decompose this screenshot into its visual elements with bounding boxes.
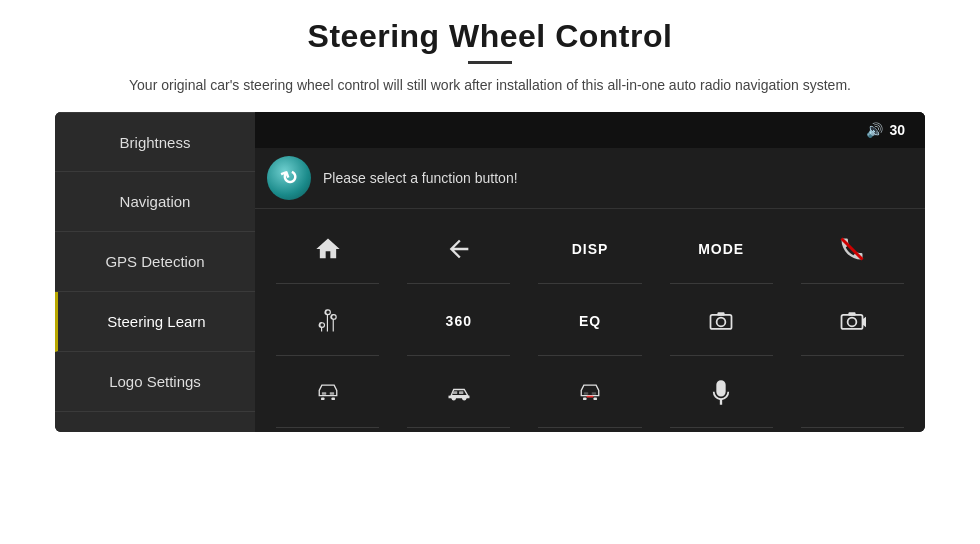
svg-rect-3 (718, 312, 725, 316)
grid-cell-camera2[interactable] (788, 286, 917, 356)
function-prompt: Please select a function button! (323, 170, 518, 186)
svg-point-2 (717, 317, 726, 326)
sidebar-item-steering[interactable]: Steering Learn (55, 292, 255, 352)
svg-rect-17 (584, 392, 588, 395)
svg-rect-7 (321, 398, 325, 401)
volume-number: 30 (889, 122, 905, 138)
tune-icon (314, 307, 342, 335)
main-content: 🔊 30 ↻ Please select a function button! (255, 112, 925, 432)
grid-cell-mode[interactable]: MODE (657, 213, 786, 283)
svg-point-5 (848, 317, 857, 326)
mode-label: MODE (698, 241, 744, 257)
grid-cell-camera1[interactable] (657, 286, 786, 356)
svg-rect-18 (592, 392, 596, 395)
grid-cell-home[interactable] (263, 213, 392, 283)
camera2-icon (838, 307, 866, 335)
grid-cell-empty5 (788, 358, 917, 428)
page-title: Steering Wheel Control (308, 18, 673, 55)
eq-label: EQ (579, 313, 601, 329)
car-front-icon (314, 379, 342, 407)
function-header: ↻ Please select a function button! (255, 148, 925, 209)
sidebar-item-logo[interactable]: Logo Settings (55, 352, 255, 412)
button-grid: DISP MODE 360 EQ (255, 209, 925, 432)
car-back-icon (576, 379, 604, 407)
disp-label: DISP (572, 241, 609, 257)
svg-point-14 (462, 396, 466, 400)
svg-rect-16 (593, 398, 597, 401)
sidebar-item-gps[interactable]: GPS Detection (55, 232, 255, 292)
car-panel: Brightness Navigation GPS Detection Stee… (55, 112, 925, 432)
function-area: ↻ Please select a function button! DISP (255, 148, 925, 432)
sidebar: Brightness Navigation GPS Detection Stee… (55, 112, 255, 432)
title-divider (468, 61, 512, 64)
grid-cell-eq[interactable]: EQ (525, 286, 654, 356)
mic-icon (707, 379, 735, 407)
svg-rect-8 (331, 398, 335, 401)
refresh-button[interactable]: ↻ (267, 156, 311, 200)
top-bar: 🔊 30 (255, 112, 925, 148)
grid-cell-360[interactable]: 360 (394, 286, 523, 356)
svg-rect-6 (849, 312, 856, 316)
grid-cell-mic[interactable] (657, 358, 786, 428)
camera1-icon (707, 307, 735, 335)
grid-cell-car-front[interactable] (263, 358, 392, 428)
page-subtitle: Your original car's steering wheel contr… (129, 74, 851, 96)
grid-cell-car-side[interactable] (394, 358, 523, 428)
home-icon (314, 235, 342, 263)
360-label: 360 (446, 313, 472, 329)
page-wrapper: Steering Wheel Control Your original car… (0, 0, 980, 544)
svg-point-13 (451, 396, 455, 400)
volume-icon: 🔊 (866, 122, 883, 138)
svg-rect-19 (586, 396, 593, 398)
svg-rect-10 (329, 392, 333, 395)
grid-cell-disp[interactable]: DISP (525, 213, 654, 283)
svg-rect-12 (459, 391, 463, 394)
svg-rect-11 (453, 391, 457, 394)
sidebar-item-navigation[interactable]: Navigation (55, 172, 255, 232)
svg-rect-9 (321, 392, 325, 395)
svg-rect-15 (583, 398, 587, 401)
grid-cell-back[interactable] (394, 213, 523, 283)
no-call-icon (838, 235, 866, 263)
back-icon (445, 235, 473, 263)
grid-cell-car-back[interactable] (525, 358, 654, 428)
refresh-icon: ↻ (277, 164, 301, 192)
grid-cell-no-call[interactable] (788, 213, 917, 283)
grid-cell-tune[interactable] (263, 286, 392, 356)
car-side-icon (445, 379, 473, 407)
sidebar-item-brightness[interactable]: Brightness (55, 112, 255, 172)
